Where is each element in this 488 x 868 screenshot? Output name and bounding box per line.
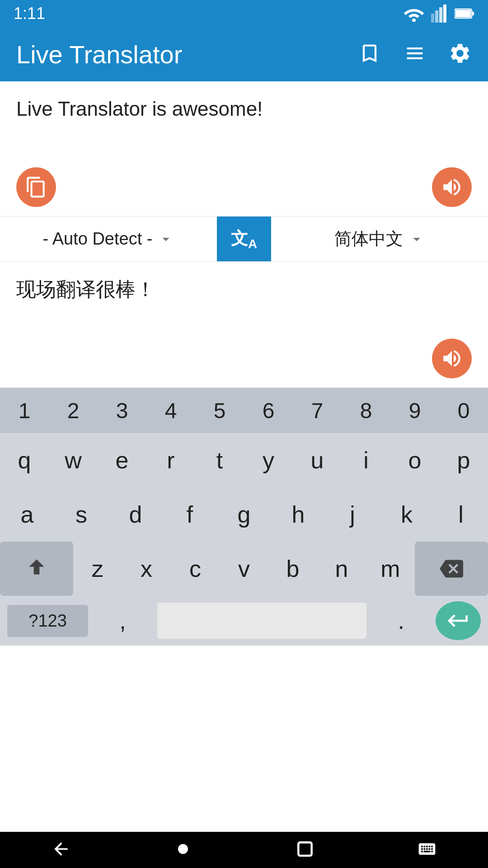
key-2[interactable]: 2 bbox=[49, 388, 98, 433]
key-s[interactable]: s bbox=[54, 487, 108, 542]
clipboard-button[interactable] bbox=[16, 167, 56, 207]
svg-rect-1 bbox=[431, 14, 434, 23]
source-dropdown-icon bbox=[158, 231, 174, 247]
comma-key[interactable]: , bbox=[93, 601, 153, 641]
period-key[interactable]: . bbox=[371, 601, 431, 641]
status-bar: 1:11 bbox=[0, 0, 488, 27]
svg-rect-3 bbox=[439, 7, 442, 23]
key-q[interactable]: q bbox=[0, 433, 49, 487]
app-bar-actions bbox=[358, 42, 472, 67]
source-language-select[interactable]: - Auto Detect - bbox=[0, 217, 217, 261]
translate-icon: 文A bbox=[231, 227, 257, 251]
key-i[interactable]: i bbox=[342, 433, 390, 487]
key-6[interactable]: 6 bbox=[244, 388, 293, 433]
space-key[interactable] bbox=[157, 603, 367, 639]
bookmark-button[interactable] bbox=[358, 42, 381, 67]
key-a[interactable]: a bbox=[0, 487, 54, 542]
source-language-label: - Auto Detect - bbox=[43, 229, 153, 249]
key-0[interactable]: 0 bbox=[439, 388, 488, 433]
battery-icon bbox=[455, 7, 474, 20]
key-e[interactable]: e bbox=[98, 433, 146, 487]
history-button[interactable] bbox=[403, 42, 427, 67]
symbols-key[interactable]: ?123 bbox=[7, 605, 88, 637]
svg-rect-2 bbox=[435, 10, 438, 23]
status-time: 1:11 bbox=[14, 4, 45, 23]
key-f[interactable]: f bbox=[163, 487, 217, 542]
key-r[interactable]: r bbox=[146, 433, 195, 487]
key-n[interactable]: n bbox=[317, 542, 366, 596]
key-5[interactable]: 5 bbox=[195, 388, 244, 433]
output-actions bbox=[16, 339, 472, 378]
key-x[interactable]: x bbox=[122, 542, 171, 596]
key-o[interactable]: o bbox=[390, 433, 439, 487]
target-dropdown-icon bbox=[408, 231, 425, 247]
key-k[interactable]: k bbox=[380, 487, 434, 542]
keyboard-number-row: 1 2 3 4 5 6 7 8 9 0 bbox=[0, 388, 488, 433]
svg-rect-9 bbox=[298, 842, 311, 855]
keyboard-button[interactable] bbox=[417, 839, 437, 861]
key-z[interactable]: z bbox=[73, 542, 122, 596]
input-area: Live Translator is awesome! bbox=[0, 81, 488, 217]
wifi-icon bbox=[404, 5, 424, 22]
key-b[interactable]: b bbox=[268, 542, 317, 596]
key-d[interactable]: d bbox=[108, 487, 163, 542]
key-v[interactable]: v bbox=[220, 542, 268, 596]
key-9[interactable]: 9 bbox=[390, 388, 439, 433]
key-w[interactable]: w bbox=[49, 433, 98, 487]
language-bar: - Auto Detect - 文A 简体中文 bbox=[0, 217, 488, 262]
key-m[interactable]: m bbox=[366, 542, 415, 596]
home-button[interactable] bbox=[173, 839, 193, 861]
svg-point-8 bbox=[178, 844, 188, 854]
key-y[interactable]: y bbox=[244, 433, 293, 487]
keyboard-row-1: q w e r t y u i o p bbox=[0, 433, 488, 487]
output-area: 现场翻译很棒！ bbox=[0, 262, 488, 388]
enter-key[interactable] bbox=[436, 601, 481, 640]
keyboard-row-3: z x c v b n m bbox=[0, 542, 488, 596]
key-l[interactable]: l bbox=[434, 487, 488, 542]
key-3[interactable]: 3 bbox=[98, 388, 146, 433]
translate-button[interactable]: 文A bbox=[217, 217, 271, 261]
key-t[interactable]: t bbox=[195, 433, 244, 487]
key-4[interactable]: 4 bbox=[146, 388, 195, 433]
key-p[interactable]: p bbox=[439, 433, 488, 487]
key-g[interactable]: g bbox=[217, 487, 271, 542]
speak-input-button[interactable] bbox=[432, 167, 472, 207]
app-title: Live Translator bbox=[16, 40, 182, 69]
key-h[interactable]: h bbox=[271, 487, 325, 542]
shift-key[interactable] bbox=[0, 542, 73, 596]
signal-icon bbox=[431, 5, 447, 23]
back-button[interactable] bbox=[51, 839, 71, 861]
svg-rect-6 bbox=[472, 12, 474, 15]
nav-bar bbox=[0, 832, 488, 868]
recent-button[interactable] bbox=[295, 839, 315, 861]
svg-rect-7 bbox=[455, 10, 471, 17]
keyboard: 1 2 3 4 5 6 7 8 9 0 q w e r t y u i o p … bbox=[0, 388, 488, 646]
settings-button[interactable] bbox=[448, 42, 472, 67]
app-bar: Live Translator bbox=[0, 27, 488, 81]
svg-point-0 bbox=[412, 19, 416, 22]
target-language-label: 简体中文 bbox=[334, 227, 403, 250]
keyboard-bottom-row: ?123 , . bbox=[0, 596, 488, 646]
key-u[interactable]: u bbox=[293, 433, 342, 487]
input-text[interactable]: Live Translator is awesome! bbox=[16, 95, 472, 158]
speak-output-button[interactable] bbox=[432, 339, 472, 378]
key-7[interactable]: 7 bbox=[293, 388, 342, 433]
key-c[interactable]: c bbox=[171, 542, 220, 596]
backspace-key[interactable] bbox=[415, 542, 488, 596]
key-j[interactable]: j bbox=[325, 487, 380, 542]
input-actions bbox=[16, 167, 472, 207]
key-8[interactable]: 8 bbox=[342, 388, 390, 433]
output-text: 现场翻译很棒！ bbox=[16, 275, 472, 330]
key-1[interactable]: 1 bbox=[0, 388, 49, 433]
keyboard-row-2: a s d f g h j k l bbox=[0, 487, 488, 542]
target-language-select[interactable]: 简体中文 bbox=[271, 217, 488, 261]
svg-rect-4 bbox=[443, 5, 446, 23]
status-icons bbox=[404, 5, 474, 23]
